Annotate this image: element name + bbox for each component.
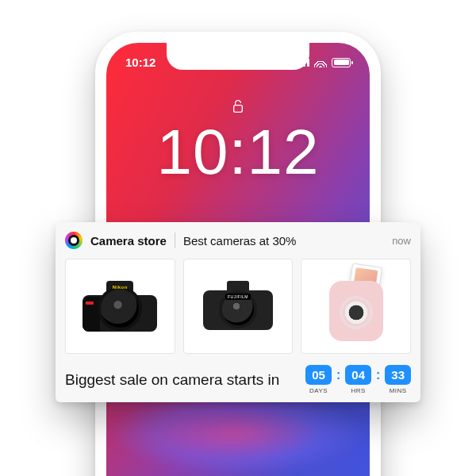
countdown-hours-value: 04: [345, 365, 371, 385]
wallpaper-glow: [107, 405, 369, 476]
product-brand: Nikon: [113, 285, 128, 290]
countdown-separator: :: [376, 365, 380, 382]
camera-dslr-image: Nikon: [76, 274, 163, 338]
status-bar: 10:12: [106, 56, 370, 69]
battery-icon: [332, 58, 351, 67]
wifi-icon: [314, 58, 327, 67]
product-card[interactable]: FUJIFILM: [183, 259, 294, 354]
notification-header: Camera store Best cameras at 30% now: [65, 232, 411, 249]
divider: [175, 232, 175, 248]
cellular-signal-icon: [295, 59, 309, 67]
countdown-days: 05 DAYS: [305, 365, 332, 394]
countdown-days-label: DAYS: [305, 387, 332, 394]
countdown-hours: 04 HRS: [345, 365, 371, 394]
countdown-mins: 33 MINS: [385, 365, 411, 394]
notification-timestamp: now: [392, 235, 411, 247]
countdown-mins-label: MINS: [385, 387, 411, 394]
countdown-hours-label: HRS: [345, 387, 371, 394]
app-name: Camera store: [90, 234, 167, 248]
countdown-days-value: 05: [305, 365, 332, 385]
status-time: 10:12: [125, 56, 155, 69]
camera-mirrorless-image: FUJIFILM: [198, 278, 278, 335]
countdown-row: Biggest sale on camera starts in 05 DAYS…: [65, 365, 411, 394]
countdown-mins-value: 33: [385, 365, 411, 385]
product-brand: FUJIFILM: [225, 294, 251, 300]
countdown-timer: 05 DAYS : 04 HRS : 33 MINS: [305, 365, 411, 394]
app-icon: [65, 232, 83, 249]
product-card[interactable]: Nikon: [65, 259, 175, 354]
product-card[interactable]: [301, 259, 411, 354]
svg-rect-0: [234, 106, 243, 113]
push-notification-card[interactable]: Camera store Best cameras at 30% now Nik…: [56, 222, 420, 402]
notification-title: Best cameras at 30%: [183, 234, 384, 248]
countdown-separator: :: [336, 365, 340, 382]
product-carousel[interactable]: Nikon FUJIFILM: [65, 259, 411, 354]
sale-text: Biggest sale on camera starts in: [65, 371, 279, 389]
unlock-icon: [232, 98, 244, 117]
lockscreen-time: 10:12: [106, 116, 370, 189]
status-indicators: [295, 58, 351, 67]
camera-instant-image: [324, 267, 388, 346]
